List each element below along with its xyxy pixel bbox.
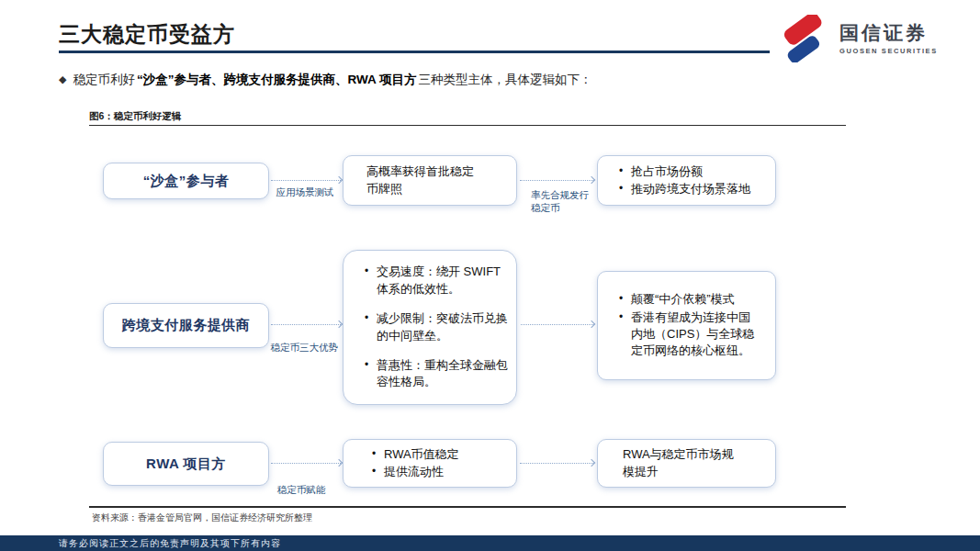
flow-arrow — [271, 324, 341, 325]
guosen-logo-icon — [776, 15, 831, 62]
intro-line: ◆稳定币利好“沙盒”参与者、跨境支付服务提供商、RWA 项目方三种类型主体，具体… — [59, 72, 591, 89]
flow-arrow — [271, 463, 341, 464]
company-logo: 国信证券 GUOSEN SECURITIES — [776, 15, 938, 62]
entity-box-rwa: RWA 项目方 — [103, 442, 269, 486]
entity-box-sandbox: “沙盒”参与者 — [103, 163, 269, 199]
outcome-box-sandbox: •抢占市场份额 •推动跨境支付场景落地 — [597, 155, 776, 206]
logo-name-en: GUOSEN SECURITIES — [839, 47, 938, 55]
bullet-item: •交易速度：绕开 SWIFT 体系的低效性。 — [356, 264, 511, 298]
intro-lead: 稳定币利好 — [73, 73, 135, 86]
intro-emphasis: “沙盒”参与者、跨境支付服务提供商、RWA 项目方 — [137, 73, 417, 86]
intro-tail: 三种类型主体，具体逻辑如下： — [418, 73, 591, 86]
bullet-item: •RWA币值稳定 — [364, 446, 511, 463]
disclaimer-text: 请务必阅读正文之后的免责声明及其项下所有内容 — [59, 538, 281, 548]
entity-box-crossborder: 跨境支付服务提供商 — [103, 303, 269, 348]
arrow-label: 应用场景测试 — [272, 186, 338, 199]
flow-arrow — [520, 463, 593, 464]
flow-arrow — [521, 324, 593, 325]
flow-arrow — [271, 180, 341, 181]
arrow-label: 稳定币赋能 — [266, 484, 336, 497]
bullet-dot: • — [356, 264, 377, 279]
outcome-box-rwa: RWA与稳定币市场规模提升 — [597, 439, 776, 488]
entity-label: RWA 项目方 — [146, 455, 226, 473]
figure-bottom-rule — [89, 506, 846, 508]
slide: 三大稳定币受益方 国信证券 GUOSEN SECURITIES ◆稳定币利好“沙… — [0, 0, 980, 551]
arrow-label: 率先合规发行稳定币 — [531, 189, 591, 214]
mechanism-box-rwa: •RWA币值稳定 •提供流动性 — [343, 439, 517, 488]
mechanism-box-crossborder: •交易速度：绕开 SWIFT 体系的低效性。 •减少限制：突破法币兑换的中间壁垒… — [343, 250, 517, 405]
box-text: RWA与稳定币市场规模提升 — [598, 446, 740, 480]
mechanism-box-sandbox: 高概率获得首批稳定币牌照 — [343, 155, 517, 206]
entity-label: “沙盒”参与者 — [143, 173, 230, 190]
bullet-item: •减少限制：突破法币兑换的中间壁垒。 — [356, 310, 511, 344]
flow-arrow — [520, 180, 593, 181]
bullet-dot: • — [611, 309, 631, 325]
bullet-dot: • — [611, 163, 631, 179]
bullet-dot: • — [364, 464, 384, 479]
page-title: 三大稳定币受益方 — [59, 20, 235, 49]
box-text: 高概率获得首批稳定币牌照 — [344, 163, 479, 197]
figure-top-rule — [89, 125, 846, 126]
outcome-box-crossborder: •颠覆“中介依赖”模式 •香港有望成为连接中国内地（CIPS）与全球稳定币网络的… — [597, 271, 776, 380]
arrow-label: 稳定币三大优势 — [263, 342, 338, 354]
bullet-dot: • — [611, 181, 631, 197]
bullet-item: •颠覆“中介依赖”模式 — [611, 291, 770, 308]
bullet-item: •抢占市场份额 — [611, 163, 770, 180]
bullet-dot: • — [356, 310, 377, 326]
bullet-item: •推动跨境支付场景落地 — [611, 181, 770, 197]
diamond-bullet-icon: ◆ — [59, 73, 66, 84]
figure-caption: 图6：稳定币利好逻辑 — [89, 110, 181, 123]
entity-label: 跨境支付服务提供商 — [122, 317, 251, 334]
disclaimer-bar: 请务必阅读正文之后的免责声明及其项下所有内容 — [0, 535, 980, 551]
bullet-item: •香港有望成为连接中国内地（CIPS）与全球稳定币网络的核心枢纽。 — [611, 309, 770, 360]
bullet-dot: • — [364, 446, 384, 462]
logo-name-cn: 国信证券 — [839, 22, 938, 43]
figure-source: 资料来源：香港金管局官网，国信证券经济研究所整理 — [92, 512, 312, 524]
bullet-dot: • — [356, 357, 377, 373]
bullet-item: •普惠性：重构全球金融包容性格局。 — [356, 357, 511, 391]
logo-wordmark: 国信证券 GUOSEN SECURITIES — [839, 22, 938, 54]
bullet-item: •提供流动性 — [364, 464, 511, 480]
bullet-dot: • — [611, 291, 631, 307]
title-underline — [59, 51, 770, 53]
